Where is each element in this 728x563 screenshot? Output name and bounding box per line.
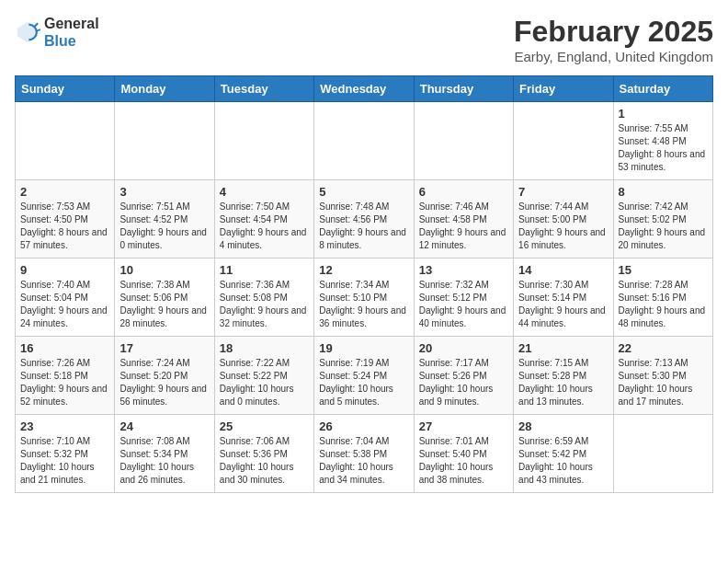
calendar-cell: 11Sunrise: 7:36 AM Sunset: 5:08 PM Dayli… bbox=[214, 259, 313, 337]
day-info: Sunrise: 7:08 AM Sunset: 5:34 PM Dayligh… bbox=[119, 435, 209, 487]
calendar-week-3: 9Sunrise: 7:40 AM Sunset: 5:04 PM Daylig… bbox=[16, 259, 713, 337]
calendar-cell: 23Sunrise: 7:10 AM Sunset: 5:32 PM Dayli… bbox=[16, 415, 115, 493]
calendar-cell: 1Sunrise: 7:55 AM Sunset: 4:48 PM Daylig… bbox=[613, 102, 712, 180]
calendar-cell: 5Sunrise: 7:48 AM Sunset: 4:56 PM Daylig… bbox=[314, 180, 414, 259]
day-number: 8 bbox=[619, 185, 708, 199]
day-number: 12 bbox=[319, 263, 408, 277]
logo-icon bbox=[15, 19, 40, 45]
calendar-cell: 3Sunrise: 7:51 AM Sunset: 4:52 PM Daylig… bbox=[115, 180, 214, 259]
calendar-cell: 8Sunrise: 7:42 AM Sunset: 5:02 PM Daylig… bbox=[613, 180, 712, 259]
calendar-cell: 28Sunrise: 6:59 AM Sunset: 5:42 PM Dayli… bbox=[514, 415, 613, 493]
calendar-cell bbox=[613, 415, 712, 493]
day-number: 4 bbox=[220, 185, 309, 199]
header-row: Sunday Monday Tuesday Wednesday Thursday… bbox=[16, 76, 713, 102]
day-info: Sunrise: 7:01 AM Sunset: 5:40 PM Dayligh… bbox=[419, 435, 508, 487]
logo-general: General bbox=[44, 15, 99, 32]
title-block: February 2025 Earby, England, United Kin… bbox=[514, 15, 713, 64]
day-info: Sunrise: 7:13 AM Sunset: 5:30 PM Dayligh… bbox=[619, 357, 708, 408]
day-info: Sunrise: 7:53 AM Sunset: 4:50 PM Dayligh… bbox=[20, 201, 109, 252]
day-number: 7 bbox=[518, 185, 608, 199]
calendar-cell: 27Sunrise: 7:01 AM Sunset: 5:40 PM Dayli… bbox=[414, 415, 513, 493]
day-number: 11 bbox=[220, 263, 309, 277]
day-info: Sunrise: 7:48 AM Sunset: 4:56 PM Dayligh… bbox=[319, 201, 408, 252]
day-info: Sunrise: 7:55 AM Sunset: 4:48 PM Dayligh… bbox=[619, 122, 708, 174]
day-info: Sunrise: 7:42 AM Sunset: 5:02 PM Dayligh… bbox=[619, 201, 708, 252]
day-info: Sunrise: 7:17 AM Sunset: 5:26 PM Dayligh… bbox=[419, 357, 508, 408]
calendar-cell: 26Sunrise: 7:04 AM Sunset: 5:38 PM Dayli… bbox=[314, 415, 414, 493]
day-number: 25 bbox=[220, 419, 309, 433]
calendar-title: February 2025 bbox=[514, 15, 713, 49]
day-number: 26 bbox=[319, 419, 408, 433]
calendar-cell: 20Sunrise: 7:17 AM Sunset: 5:26 PM Dayli… bbox=[414, 337, 513, 415]
day-info: Sunrise: 7:19 AM Sunset: 5:24 PM Dayligh… bbox=[319, 357, 408, 408]
day-number: 17 bbox=[119, 341, 209, 355]
day-number: 14 bbox=[518, 263, 608, 277]
day-info: Sunrise: 7:22 AM Sunset: 5:22 PM Dayligh… bbox=[220, 357, 309, 408]
day-number: 9 bbox=[20, 263, 109, 277]
day-info: Sunrise: 7:44 AM Sunset: 5:00 PM Dayligh… bbox=[518, 201, 608, 252]
day-info: Sunrise: 7:30 AM Sunset: 5:14 PM Dayligh… bbox=[518, 279, 608, 330]
calendar-cell: 16Sunrise: 7:26 AM Sunset: 5:18 PM Dayli… bbox=[16, 337, 115, 415]
calendar-cell: 13Sunrise: 7:32 AM Sunset: 5:12 PM Dayli… bbox=[414, 259, 513, 337]
calendar-cell bbox=[314, 102, 414, 180]
calendar-cell: 9Sunrise: 7:40 AM Sunset: 5:04 PM Daylig… bbox=[16, 259, 115, 337]
calendar-cell: 21Sunrise: 7:15 AM Sunset: 5:28 PM Dayli… bbox=[514, 337, 613, 415]
day-number: 3 bbox=[119, 185, 209, 199]
col-sunday: Sunday bbox=[16, 76, 115, 102]
calendar-table: Sunday Monday Tuesday Wednesday Thursday… bbox=[15, 75, 713, 493]
calendar-cell: 24Sunrise: 7:08 AM Sunset: 5:34 PM Dayli… bbox=[115, 415, 214, 493]
calendar-cell: 14Sunrise: 7:30 AM Sunset: 5:14 PM Dayli… bbox=[514, 259, 613, 337]
day-number: 20 bbox=[419, 341, 508, 355]
calendar-cell: 19Sunrise: 7:19 AM Sunset: 5:24 PM Dayli… bbox=[314, 337, 414, 415]
calendar-cell: 4Sunrise: 7:50 AM Sunset: 4:54 PM Daylig… bbox=[214, 180, 313, 259]
day-number: 24 bbox=[119, 419, 209, 433]
day-info: Sunrise: 6:59 AM Sunset: 5:42 PM Dayligh… bbox=[518, 435, 608, 487]
day-number: 1 bbox=[619, 107, 708, 121]
day-number: 23 bbox=[20, 419, 109, 433]
calendar-cell bbox=[414, 102, 513, 180]
day-number: 22 bbox=[619, 341, 708, 355]
day-number: 2 bbox=[20, 185, 109, 199]
col-monday: Monday bbox=[115, 76, 214, 102]
day-number: 19 bbox=[319, 341, 408, 355]
day-info: Sunrise: 7:10 AM Sunset: 5:32 PM Dayligh… bbox=[20, 435, 109, 487]
calendar-week-1: 1Sunrise: 7:55 AM Sunset: 4:48 PM Daylig… bbox=[16, 102, 713, 180]
calendar-cell: 10Sunrise: 7:38 AM Sunset: 5:06 PM Dayli… bbox=[115, 259, 214, 337]
day-info: Sunrise: 7:34 AM Sunset: 5:10 PM Dayligh… bbox=[319, 279, 408, 330]
calendar-cell: 6Sunrise: 7:46 AM Sunset: 4:58 PM Daylig… bbox=[414, 180, 513, 259]
day-info: Sunrise: 7:26 AM Sunset: 5:18 PM Dayligh… bbox=[20, 357, 109, 408]
day-info: Sunrise: 7:06 AM Sunset: 5:36 PM Dayligh… bbox=[220, 435, 309, 487]
col-saturday: Saturday bbox=[613, 76, 712, 102]
calendar-cell: 17Sunrise: 7:24 AM Sunset: 5:20 PM Dayli… bbox=[115, 337, 214, 415]
day-info: Sunrise: 7:46 AM Sunset: 4:58 PM Dayligh… bbox=[419, 201, 508, 252]
day-info: Sunrise: 7:32 AM Sunset: 5:12 PM Dayligh… bbox=[419, 279, 508, 330]
calendar-cell: 18Sunrise: 7:22 AM Sunset: 5:22 PM Dayli… bbox=[214, 337, 313, 415]
calendar-cell bbox=[514, 102, 613, 180]
day-info: Sunrise: 7:04 AM Sunset: 5:38 PM Dayligh… bbox=[319, 435, 408, 487]
calendar-cell bbox=[214, 102, 313, 180]
calendar-cell: 22Sunrise: 7:13 AM Sunset: 5:30 PM Dayli… bbox=[613, 337, 712, 415]
day-info: Sunrise: 7:40 AM Sunset: 5:04 PM Dayligh… bbox=[20, 279, 109, 330]
col-friday: Friday bbox=[514, 76, 613, 102]
day-number: 13 bbox=[419, 263, 508, 277]
day-info: Sunrise: 7:15 AM Sunset: 5:28 PM Dayligh… bbox=[518, 357, 608, 408]
col-thursday: Thursday bbox=[414, 76, 513, 102]
day-info: Sunrise: 7:36 AM Sunset: 5:08 PM Dayligh… bbox=[220, 279, 309, 330]
col-tuesday: Tuesday bbox=[214, 76, 313, 102]
day-number: 16 bbox=[20, 341, 109, 355]
calendar-week-2: 2Sunrise: 7:53 AM Sunset: 4:50 PM Daylig… bbox=[16, 180, 713, 259]
col-wednesday: Wednesday bbox=[314, 76, 414, 102]
logo: General Blue bbox=[15, 15, 99, 50]
calendar-cell: 15Sunrise: 7:28 AM Sunset: 5:16 PM Dayli… bbox=[613, 259, 712, 337]
day-number: 28 bbox=[518, 419, 608, 433]
calendar-cell: 25Sunrise: 7:06 AM Sunset: 5:36 PM Dayli… bbox=[214, 415, 313, 493]
day-info: Sunrise: 7:24 AM Sunset: 5:20 PM Dayligh… bbox=[119, 357, 209, 408]
calendar-cell: 2Sunrise: 7:53 AM Sunset: 4:50 PM Daylig… bbox=[16, 180, 115, 259]
calendar-cell bbox=[16, 102, 115, 180]
day-number: 6 bbox=[419, 185, 508, 199]
calendar-week-4: 16Sunrise: 7:26 AM Sunset: 5:18 PM Dayli… bbox=[16, 337, 713, 415]
day-number: 10 bbox=[119, 263, 209, 277]
day-number: 18 bbox=[220, 341, 309, 355]
calendar-subtitle: Earby, England, United Kingdom bbox=[514, 49, 713, 64]
day-number: 5 bbox=[319, 185, 408, 199]
